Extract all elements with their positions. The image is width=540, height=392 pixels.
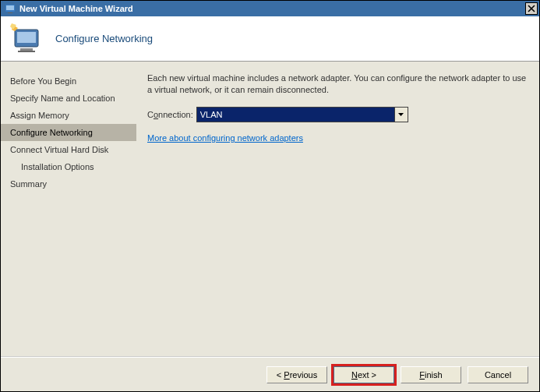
svg-rect-4 <box>17 32 36 43</box>
connection-row: Connection: VLAN <box>147 107 528 122</box>
footer: < Previous Next > Finish Cancel <box>1 357 539 391</box>
wizard-body: Before You Begin Specify Name and Locati… <box>1 62 539 357</box>
svg-marker-9 <box>398 113 404 116</box>
wizard-icon <box>10 22 44 56</box>
cancel-button[interactable]: Cancel <box>468 366 528 383</box>
titlebar: New Virtual Machine Wizard <box>1 1 539 16</box>
connection-label: Connection: <box>147 110 193 119</box>
wizard-header: Configure Networking <box>1 16 539 62</box>
svg-rect-2 <box>8 12 12 13</box>
connection-dropdown[interactable]: VLAN <box>196 107 408 122</box>
next-button[interactable]: Next > <box>334 366 394 383</box>
window-title: New Virtual Machine Wizard <box>19 4 133 13</box>
description-text: Each new virtual machine includes a netw… <box>147 72 528 96</box>
sidebar-item-configure-networking[interactable]: Configure Networking <box>1 124 136 141</box>
page-title: Configure Networking <box>55 33 153 44</box>
svg-rect-6 <box>18 51 35 52</box>
svg-rect-1 <box>6 5 14 10</box>
app-icon <box>4 2 16 15</box>
sidebar-item-installation-options[interactable]: Installation Options <box>1 158 136 175</box>
svg-rect-5 <box>20 48 33 51</box>
dropdown-button[interactable] <box>394 108 408 122</box>
close-button[interactable] <box>525 2 538 15</box>
connection-value: VLAN <box>197 108 394 122</box>
sidebar-item-before-you-begin[interactable]: Before You Begin <box>1 72 136 90</box>
wizard-window: New Virtual Machine Wizard Configure Net… <box>0 0 540 392</box>
sidebar-item-assign-memory[interactable]: Assign Memory <box>1 107 136 124</box>
content-pane: Each new virtual machine includes a netw… <box>136 62 539 356</box>
sidebar: Before You Begin Specify Name and Locati… <box>1 62 136 356</box>
sidebar-item-name-location[interactable]: Specify Name and Location <box>1 90 136 107</box>
sidebar-item-summary[interactable]: Summary <box>1 175 136 192</box>
finish-button[interactable]: Finish <box>401 366 461 383</box>
sidebar-item-connect-vhd[interactable]: Connect Virtual Hard Disk <box>1 141 136 158</box>
more-info-link[interactable]: More about configuring network adapters <box>147 133 303 143</box>
previous-button[interactable]: < Previous <box>266 366 327 383</box>
